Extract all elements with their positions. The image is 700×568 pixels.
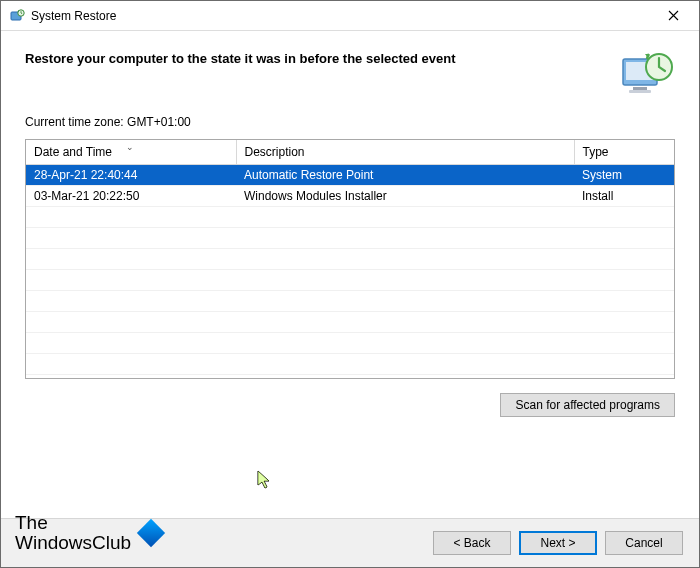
scan-affected-button[interactable]: Scan for affected programs bbox=[500, 393, 675, 417]
watermark-line2: WindowsClub bbox=[15, 533, 131, 553]
watermark: The WindowsClub bbox=[15, 513, 165, 553]
cell-type: Install bbox=[574, 186, 674, 207]
table-header-row[interactable]: Date and Time ⌄ Description Type bbox=[26, 140, 674, 165]
cell-date: 03-Mar-21 20:22:50 bbox=[26, 186, 236, 207]
cell-desc: Automatic Restore Point bbox=[236, 165, 574, 186]
table-row-empty bbox=[26, 249, 674, 270]
table-row[interactable]: 28-Apr-21 22:40:44 Automatic Restore Poi… bbox=[26, 165, 674, 186]
table-body: 28-Apr-21 22:40:44 Automatic Restore Poi… bbox=[26, 165, 674, 375]
header-area: Restore your computer to the state it wa… bbox=[1, 31, 699, 111]
svg-rect-5 bbox=[629, 90, 651, 93]
watermark-line1: The bbox=[15, 513, 131, 533]
cell-date: 28-Apr-21 22:40:44 bbox=[26, 165, 236, 186]
restore-points-table[interactable]: Date and Time ⌄ Description Type 28-Apr-… bbox=[25, 139, 675, 379]
col-description[interactable]: Description bbox=[236, 140, 574, 165]
cell-desc: Windows Modules Installer bbox=[236, 186, 574, 207]
svg-rect-4 bbox=[633, 87, 647, 90]
watermark-logo-icon bbox=[137, 519, 165, 547]
table-row-empty bbox=[26, 354, 674, 375]
timezone-label: Current time zone: GMT+01:00 bbox=[25, 115, 675, 129]
content-area: Current time zone: GMT+01:00 Date and Ti… bbox=[1, 111, 699, 518]
scan-row: Scan for affected programs bbox=[25, 393, 675, 417]
next-button[interactable]: Next > bbox=[519, 531, 597, 555]
cancel-button[interactable]: Cancel bbox=[605, 531, 683, 555]
back-button[interactable]: < Back bbox=[433, 531, 511, 555]
titlebar: System Restore bbox=[1, 1, 699, 31]
cell-type: System bbox=[574, 165, 674, 186]
table-row-empty bbox=[26, 228, 674, 249]
col-date-label: Date and Time bbox=[34, 145, 112, 159]
window-title: System Restore bbox=[31, 9, 651, 23]
restore-icon bbox=[619, 47, 675, 103]
table-row-empty bbox=[26, 312, 674, 333]
table-row-empty bbox=[26, 207, 674, 228]
system-restore-window: System Restore Restore your computer to … bbox=[0, 0, 700, 568]
table-row-empty bbox=[26, 291, 674, 312]
col-type[interactable]: Type bbox=[574, 140, 674, 165]
col-date[interactable]: Date and Time ⌄ bbox=[26, 140, 236, 165]
table-row-empty bbox=[26, 333, 674, 354]
table-row[interactable]: 03-Mar-21 20:22:50 Windows Modules Insta… bbox=[26, 186, 674, 207]
app-icon bbox=[9, 8, 25, 24]
close-button[interactable] bbox=[651, 2, 695, 30]
table-row-empty bbox=[26, 270, 674, 291]
sort-descending-icon: ⌄ bbox=[126, 142, 134, 152]
page-heading: Restore your computer to the state it wa… bbox=[25, 47, 601, 66]
